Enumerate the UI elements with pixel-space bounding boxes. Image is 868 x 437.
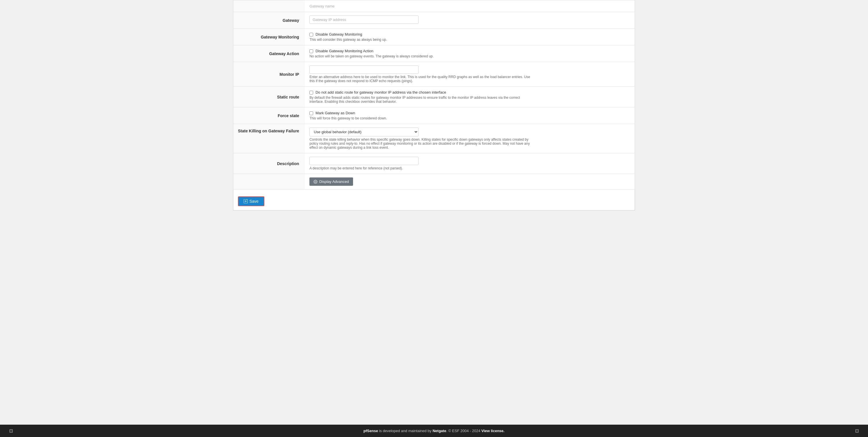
- description-input[interactable]: [309, 157, 418, 165]
- display-advanced-label: Display Advanced: [319, 180, 349, 184]
- footer-view-license[interactable]: View license.: [482, 429, 505, 433]
- footer-icon-right: ⊡: [849, 428, 865, 434]
- save-button[interactable]: Save: [238, 196, 265, 206]
- gateway-monitoring-content: Disable Gateway Monitoring This will con…: [305, 29, 634, 45]
- gateway-action-label: Gateway Action: [234, 45, 305, 62]
- gateway-input[interactable]: [309, 15, 418, 24]
- footer-content: ⊡ pfSense is developed and maintained by…: [3, 428, 865, 434]
- static-route-text: Do not add static route for gateway moni…: [315, 90, 446, 94]
- state-killing-select[interactable]: Use global behavior (default) Kill state…: [309, 127, 418, 136]
- force-state-text: Mark Gateway as Down: [315, 111, 355, 115]
- gateway-action-content: Disable Gateway Monitoring Action No act…: [305, 45, 634, 62]
- monitor-ip-help: Enter an alternative address here to be …: [309, 75, 533, 83]
- gateway-monitoring-row: Gateway Monitoring Disable Gateway Monit…: [234, 29, 635, 45]
- gateway-monitoring-help: This will consider this gateway as alway…: [309, 38, 533, 42]
- gateway-name-row: Gateway name: [234, 0, 635, 12]
- force-state-content: Mark Gateway as Down This will force thi…: [305, 107, 634, 124]
- footer-text: pfSense is developed and maintained by N…: [363, 429, 504, 433]
- footer-pfsense: pfSense is developed and maintained by N…: [363, 429, 504, 433]
- monitor-ip-content: Enter an alternative address here to be …: [305, 62, 634, 87]
- save-icon: [244, 199, 248, 203]
- disable-gateway-monitoring-checkbox[interactable]: [309, 33, 313, 36]
- disable-gateway-monitoring-text: Disable Gateway Monitoring: [315, 32, 362, 36]
- gateway-name-placeholder-text: Gateway name: [309, 4, 334, 8]
- gateway-monitoring-label: Gateway Monitoring: [234, 29, 305, 45]
- static-route-content: Do not add static route for gateway moni…: [305, 87, 634, 107]
- monitor-ip-input[interactable]: [309, 65, 418, 74]
- form-table: Gateway name Gateway Gateway Monitoring …: [233, 0, 635, 189]
- state-killing-content: Use global behavior (default) Kill state…: [305, 124, 634, 153]
- static-route-row: Static route Do not add static route for…: [234, 87, 635, 107]
- disable-gateway-action-text: Disable Gateway Monitoring Action: [315, 49, 373, 53]
- gateway-content: [305, 12, 634, 29]
- save-label: Save: [249, 199, 259, 204]
- disable-gateway-action-checkbox[interactable]: [309, 50, 313, 53]
- description-help: A description may be entered here for re…: [309, 166, 533, 170]
- gear-icon: [313, 180, 317, 184]
- static-route-help: By default the firewall adds static rout…: [309, 96, 533, 104]
- gateway-action-help: No action will be taken on gateway event…: [309, 54, 533, 58]
- monitor-ip-row: Monitor IP Enter an alternative address …: [234, 62, 635, 87]
- force-state-help: This will force this gateway to be consi…: [309, 116, 533, 120]
- gateway-label: Gateway: [234, 12, 305, 29]
- gateway-row: Gateway: [234, 12, 635, 29]
- action-row: Display Advanced: [234, 174, 635, 189]
- gateway-name-content: Gateway name: [305, 0, 634, 12]
- footer-netgate: Netgate: [433, 429, 446, 433]
- force-state-label: Force state: [234, 107, 305, 124]
- gateway-name-label: [234, 0, 305, 12]
- display-advanced-button[interactable]: Display Advanced: [309, 178, 353, 186]
- footer-pfsense-brand: pfSense: [363, 429, 378, 433]
- description-row: Description A description may be entered…: [234, 153, 635, 174]
- footer-icon-left: ⊡: [3, 428, 19, 434]
- force-state-checkbox[interactable]: [309, 112, 313, 115]
- state-killing-label: State Killing on Gateway Failure: [234, 124, 305, 153]
- action-label-cell: [234, 174, 305, 189]
- state-killing-row: State Killing on Gateway Failure Use glo…: [234, 124, 635, 153]
- action-content-cell: Display Advanced: [305, 174, 634, 189]
- gateway-action-row: Gateway Action Disable Gateway Monitorin…: [234, 45, 635, 62]
- static-route-checkbox[interactable]: [309, 91, 313, 94]
- description-label: Description: [234, 153, 305, 174]
- description-content: A description may be entered here for re…: [305, 153, 634, 174]
- footer: ⊡ pfSense is developed and maintained by…: [0, 425, 868, 437]
- save-row: Save: [233, 189, 635, 211]
- force-state-row: Force state Mark Gateway as Down This wi…: [234, 107, 635, 124]
- static-route-label: Static route: [234, 87, 305, 107]
- state-killing-help: Controls the state killing behavior when…: [309, 137, 533, 150]
- monitor-ip-label: Monitor IP: [234, 62, 305, 87]
